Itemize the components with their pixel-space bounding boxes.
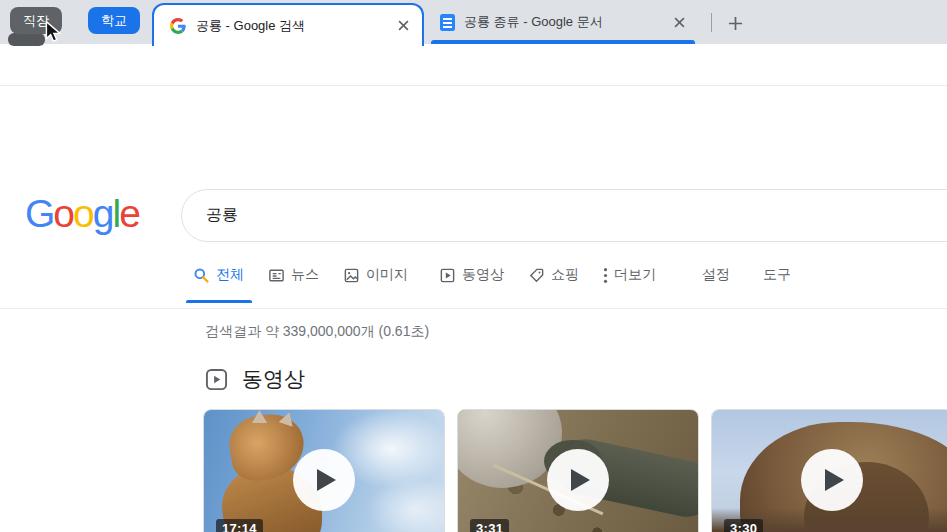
more-dots-icon (603, 267, 608, 284)
browser-toolbar: google.com/search?q=dinosaur&oq=dino&aqs… (0, 44, 947, 86)
tab-videos-label: 동영상 (462, 266, 504, 284)
close-icon[interactable] (395, 17, 412, 34)
tab-tools-label: 도구 (763, 266, 791, 284)
tab-group-fragment (8, 33, 45, 46)
tab-videos[interactable]: 동영상 (439, 266, 504, 286)
tab-title: 공룡 종류 - Google 문서 (464, 13, 671, 31)
tab-news[interactable]: 뉴스 (268, 266, 319, 286)
video-thumbnail[interactable]: 17:14 (204, 410, 444, 532)
tab-group-school-label: 학교 (101, 12, 127, 30)
active-tab-underline (186, 300, 252, 303)
tab-separator (711, 13, 712, 32)
tab-strip: 직장 학교 공룡 - Google 검색 공룡 종류 - Google 문서 (0, 0, 947, 44)
video-section-icon (205, 368, 228, 391)
videos-section-title: 동영상 (242, 365, 305, 393)
video-icon (439, 267, 456, 284)
logo-letter: l (112, 192, 119, 236)
search-icon (193, 267, 210, 284)
logo-letter: g (93, 192, 113, 236)
tab-shopping-label: 쇼핑 (551, 266, 579, 284)
news-icon (268, 267, 285, 284)
video-card: 17:14 Top 5 Dinosaur Moments (203, 409, 445, 532)
google-g-icon (170, 18, 186, 34)
tab-shopping[interactable]: 쇼핑 (528, 266, 579, 286)
video-duration: 17:14 (216, 519, 263, 532)
tab-images-label: 이미지 (366, 266, 408, 284)
tab-settings[interactable]: 설정 (702, 266, 730, 286)
logo-letter: G (25, 192, 53, 236)
search-result-tabs: 전체 뉴스 이미지 (193, 266, 791, 286)
video-duration: 3:30 (724, 519, 763, 532)
tab-title: 공룡 - Google 검색 (196, 17, 395, 35)
play-icon[interactable] (547, 449, 609, 511)
tab-more-label: 더보기 (614, 266, 656, 284)
play-icon[interactable] (801, 449, 863, 511)
play-icon[interactable] (293, 449, 355, 511)
tab-settings-label: 설정 (702, 266, 730, 284)
tab-group-school[interactable]: 학교 (88, 7, 140, 34)
logo-letter: e (119, 192, 139, 236)
result-stats: 검색결과 약 339,000,000개 (0.61초) (205, 323, 429, 341)
tab-news-label: 뉴스 (291, 266, 319, 284)
tab-all[interactable]: 전체 (193, 266, 244, 286)
tab-tools[interactable]: 도구 (763, 266, 791, 286)
video-thumbnail[interactable]: 3:30 (712, 410, 947, 532)
tab-images[interactable]: 이미지 (343, 266, 408, 286)
video-duration: 3:31 (470, 519, 509, 532)
image-icon (343, 267, 360, 284)
tab-group-color-underline (431, 40, 695, 44)
tab-more[interactable]: 더보기 (603, 266, 656, 286)
tab-google-search[interactable]: 공룡 - Google 검색 (152, 3, 424, 46)
search-query-text: 공룡 (206, 205, 238, 226)
shopping-tag-icon (528, 267, 545, 284)
video-card: 3:30 Baby Tambatitanis vs Tyrannosaurus (711, 409, 947, 532)
google-docs-icon (440, 14, 455, 31)
tab-all-label: 전체 (216, 266, 244, 284)
browser-window: 직장 학교 공룡 - Google 검색 공룡 종류 - Google 문서 (0, 0, 947, 532)
divider (0, 308, 947, 309)
video-card: 3:31 Tyrannosaurus vs Triceratops (457, 409, 699, 532)
close-icon[interactable] (671, 14, 688, 31)
page-content: Google 공룡 전체 (0, 86, 947, 532)
tab-google-docs[interactable]: 공룡 종류 - Google 문서 (428, 0, 698, 44)
videos-section-header: 동영상 (205, 365, 305, 393)
mouse-cursor (44, 21, 63, 47)
logo-letter: o (73, 192, 93, 236)
new-tab-button[interactable] (722, 10, 748, 36)
video-thumbnail[interactable]: 3:31 (458, 410, 698, 532)
google-logo: Google (25, 192, 139, 236)
search-input[interactable]: 공룡 (181, 189, 947, 242)
logo-letter: o (53, 192, 73, 236)
